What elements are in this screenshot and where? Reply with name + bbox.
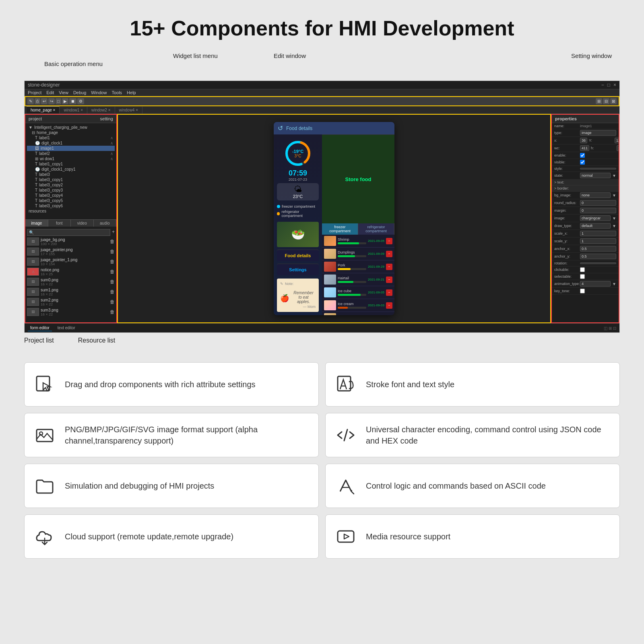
toolbar-btn-4[interactable]: ↪	[48, 98, 55, 104]
resource-del-0[interactable]: 🗑	[110, 239, 115, 244]
food-del-hairtail[interactable]: −	[386, 277, 392, 283]
tree-label1[interactable]: Tlabel1∧	[27, 135, 115, 140]
prop-val-style[interactable]	[580, 168, 616, 169]
tree-label3-copy4[interactable]: Tlabel3_copy4	[27, 193, 115, 198]
prop-section-text[interactable]: text:	[552, 180, 619, 186]
prop-bg-image-dropdown[interactable]: ▼	[612, 193, 616, 198]
prop-animation-dropdown[interactable]: ▼	[612, 282, 616, 286]
prop-val-scale-y[interactable]: 1	[580, 238, 616, 244]
tab-fridge[interactable]: refrigerator compartment	[358, 223, 394, 235]
toolbar-btn-right-1[interactable]: ⊞	[596, 98, 602, 104]
resource-search-input[interactable]	[27, 229, 110, 236]
minimize-btn[interactable]: −	[601, 82, 604, 88]
tree-label3[interactable]: Tlabel3	[27, 172, 115, 177]
tree-digit-clock1-copy1[interactable]: 🕐digit_clock1_copy1	[27, 167, 115, 172]
tree-root[interactable]: ▼ Intelligent_charging_pile_new	[27, 125, 115, 130]
food-del-icecube[interactable]: −	[386, 289, 392, 296]
tree-label2[interactable]: Tlabel2∧	[27, 151, 115, 156]
prop-val-state[interactable]: normal	[580, 173, 611, 178]
toolbar-btn-2[interactable]: ⎙	[35, 98, 40, 104]
store-food-btn[interactable]: Store food	[322, 134, 394, 223]
prop-val-w[interactable]: 411	[580, 145, 589, 151]
resource-del-3[interactable]: 🗑	[110, 269, 115, 275]
prop-val-round-radius[interactable]: 0	[580, 200, 616, 206]
bottom-tab-text[interactable]: text editor	[55, 325, 78, 331]
maximize-btn[interactable]: □	[607, 82, 610, 88]
food-del-dumplings[interactable]: −	[386, 251, 392, 257]
prop-checkbox-visible[interactable]	[580, 160, 585, 165]
tab-home-page[interactable]: home_page ×	[27, 106, 60, 114]
menu-edit[interactable]: Edit	[46, 90, 54, 95]
toolbar-btn-6[interactable]: ▶	[62, 98, 68, 104]
tree-label3-copy6[interactable]: Tlabel3_copy6	[27, 203, 115, 208]
resource-del-5[interactable]: 🗑	[110, 289, 115, 295]
tab-freezer[interactable]: freezer compartment	[322, 223, 358, 235]
prop-checkbox-key-tone[interactable]	[580, 289, 585, 293]
menu-window[interactable]: Window	[91, 90, 107, 95]
prop-val-anchor-x[interactable]: 0.5	[580, 246, 616, 252]
toolbar-btn-right-2[interactable]: ⊟	[603, 98, 609, 104]
res-tab-font[interactable]: font	[48, 220, 71, 227]
prop-val-margin[interactable]: 0	[580, 208, 616, 213]
food-del-shrimp[interactable]: −	[386, 238, 392, 244]
prop-val-image[interactable]: chargingcar	[580, 215, 611, 221]
tree-label3-copy2[interactable]: Tlabel3_copy2	[27, 182, 115, 188]
close-btn[interactable]: ×	[613, 82, 616, 88]
prop-val-draw-type[interactable]: default	[580, 223, 611, 229]
resource-del-6[interactable]: 🗑	[110, 299, 115, 305]
res-tab-video[interactable]: video	[71, 220, 94, 227]
res-tab-audio[interactable]: audio	[94, 220, 117, 227]
tree-image1[interactable]: 🖼image1	[27, 146, 115, 151]
menu-tools[interactable]: Tools	[111, 90, 122, 95]
tree-digit-clock1[interactable]: 🕐digit_clock1∧	[27, 140, 115, 146]
toolbar-btn-3[interactable]: ↩	[41, 98, 47, 104]
resource-del-7[interactable]: 🗑	[110, 309, 115, 315]
prop-val-x[interactable]: 36	[580, 138, 587, 143]
toolbar-btn-8[interactable]: ⚙	[77, 98, 84, 104]
prop-val-rotation[interactable]	[580, 262, 616, 264]
prop-checkbox-clickable[interactable]	[580, 267, 585, 272]
resource-del-2[interactable]: 🗑	[110, 259, 115, 264]
resource-del-4[interactable]: 🗑	[110, 279, 115, 285]
tree-label3-copy5[interactable]: Tlabel3_copy5	[27, 198, 115, 203]
tree-home-page[interactable]: ⊟home_page	[27, 130, 115, 135]
tree-widow1[interactable]: ⊞wi dow1∧	[27, 156, 115, 161]
tab-window2[interactable]: window2 ×	[87, 107, 115, 114]
tree-resources[interactable]: resources	[27, 208, 115, 214]
prop-image-dropdown[interactable]: ▼	[612, 216, 616, 221]
prop-checkbox-selectable[interactable]	[580, 274, 585, 279]
tree-label3-copy3[interactable]: Tlabel3_copy3	[27, 188, 115, 193]
food-del-icecream[interactable]: −	[386, 302, 392, 309]
bottom-tab-form[interactable]: form editor	[28, 325, 52, 331]
window-controls[interactable]: − □ ×	[601, 82, 616, 88]
food-del-bread[interactable]: −	[386, 315, 392, 316]
food-del-pork[interactable]: −	[386, 264, 392, 270]
prop-draw-type-dropdown[interactable]: ▼	[612, 224, 616, 228]
prop-val-animation-type[interactable]: 4	[580, 281, 611, 287]
tree-label3-copy1[interactable]: Tlabel3_copy1	[27, 177, 115, 182]
toolbar-btn-7[interactable]: ⏹	[69, 98, 76, 104]
toolbar-btn-1[interactable]: ✎	[27, 98, 34, 104]
menu-project[interactable]: Project	[28, 90, 41, 95]
prop-val-h[interactable]: 289	[617, 145, 619, 151]
tree-label1-copy1[interactable]: Tlabel1_copy1	[27, 161, 115, 167]
menu-help[interactable]: Help	[127, 90, 136, 95]
res-tab-image[interactable]: image	[25, 220, 48, 227]
food-details-btn[interactable]: Food details	[277, 250, 319, 261]
prop-val-type[interactable]: image	[580, 130, 616, 136]
prop-val-y[interactable]: 120	[615, 138, 619, 143]
resource-del-1[interactable]: 🗑	[110, 249, 115, 254]
tab-window1[interactable]: window1 ×	[60, 107, 87, 114]
toolbar-btn-5[interactable]: □	[56, 98, 61, 104]
tab-window4[interactable]: window4 ×	[115, 107, 143, 114]
food-back-icon[interactable]: ↺	[278, 124, 283, 132]
settings-btn[interactable]: Settings	[277, 264, 319, 275]
prop-val-bg-image[interactable]: none	[580, 192, 611, 198]
toolbar-btn-right-3[interactable]: ⊠	[610, 98, 617, 104]
menu-debug[interactable]: Debug	[73, 90, 86, 95]
prop-checkbox-enable[interactable]	[580, 153, 585, 158]
prop-state-dropdown[interactable]: ▼	[612, 173, 616, 178]
menu-view[interactable]: View	[59, 90, 68, 95]
prop-val-anchor-y[interactable]: 0.5	[580, 254, 616, 259]
prop-val-scale-x[interactable]: 1	[580, 231, 616, 236]
